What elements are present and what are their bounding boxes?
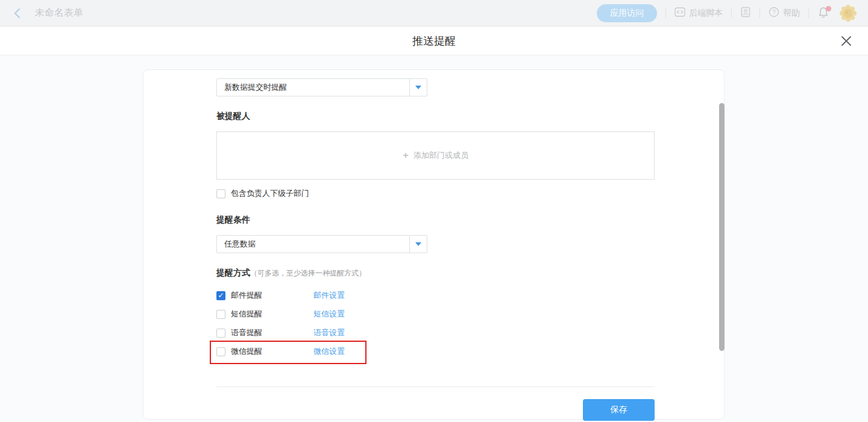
sms-reminder-label: 短信提醒 <box>231 309 313 320</box>
save-row: 保存 <box>216 399 655 421</box>
push-reminder-card: 新数据提交时提醒 被提醒人 + 添加部门或成员 包含负责人下级子部门 提醒条件 … <box>143 69 725 420</box>
divider <box>808 8 809 18</box>
method-note: （可多选，至少选择一种提醒方式） <box>250 268 366 279</box>
email-reminder-label: 邮件提醒 <box>231 290 313 301</box>
wechat-reminder-checkbox[interactable] <box>216 347 225 356</box>
condition-select[interactable]: 任意数据 <box>216 235 427 253</box>
email-reminder-checkbox[interactable] <box>216 291 225 300</box>
form-title: 未命名表单 <box>35 7 83 19</box>
include-subdept-row: 包含负责人下级子部门 <box>216 188 653 199</box>
app-top-bar: 未命名表单 应用访问 后端脚本 ? 帮助 <box>0 0 868 27</box>
contacts-button[interactable] <box>740 7 751 19</box>
condition-select-caret-cell[interactable] <box>409 236 427 253</box>
svg-text:?: ? <box>772 9 776 16</box>
notification-bell-icon[interactable] <box>817 6 831 20</box>
close-icon[interactable] <box>839 34 854 48</box>
method-label: 提醒方式 <box>216 268 250 279</box>
include-subdept-checkbox[interactable] <box>216 189 225 198</box>
code-icon <box>675 7 685 19</box>
condition-label: 提醒条件 <box>216 215 653 225</box>
help-label: 帮助 <box>783 8 800 19</box>
app-access-button[interactable]: 应用访问 <box>597 4 657 22</box>
recipients-label: 被提醒人 <box>216 111 653 122</box>
trigger-select-caret-cell[interactable] <box>409 79 427 96</box>
chevron-down-icon <box>415 86 421 89</box>
method-row-email: 邮件提醒 邮件设置 <box>216 289 653 302</box>
avatar[interactable] <box>839 4 857 22</box>
divider <box>216 386 655 387</box>
condition-select-value: 任意数据 <box>217 239 409 250</box>
modal-title: 推送提醒 <box>412 34 456 48</box>
divider <box>665 8 666 18</box>
modal-body: 新数据提交时提醒 被提醒人 + 添加部门或成员 包含负责人下级子部门 提醒条件 … <box>0 55 868 422</box>
save-button[interactable]: 保存 <box>583 399 655 421</box>
wechat-settings-link[interactable]: 微信设置 <box>313 346 345 357</box>
help-button[interactable]: ? 帮助 <box>769 7 800 19</box>
trigger-select-value: 新数据提交时提醒 <box>217 82 409 93</box>
backend-script-button[interactable]: 后端脚本 <box>675 7 723 19</box>
add-members-button[interactable]: + 添加部门或成员 <box>216 131 655 180</box>
plus-icon: + <box>403 150 409 162</box>
method-row-wechat: 微信提醒 微信设置 <box>216 345 653 358</box>
backend-script-label: 后端脚本 <box>689 8 723 19</box>
sms-reminder-checkbox[interactable] <box>216 310 225 319</box>
help-icon: ? <box>769 7 779 19</box>
email-settings-link[interactable]: 邮件设置 <box>313 290 345 301</box>
add-members-label: 添加部门或成员 <box>414 150 468 161</box>
trigger-select[interactable]: 新数据提交时提醒 <box>216 78 427 96</box>
method-row-voice: 语音提醒 语音设置 <box>216 326 653 339</box>
voice-reminder-label: 语音提醒 <box>231 327 313 338</box>
contacts-icon <box>740 7 751 19</box>
sms-settings-link[interactable]: 短信设置 <box>313 309 345 320</box>
voice-reminder-checkbox[interactable] <box>216 329 225 338</box>
notification-badge <box>826 6 831 11</box>
method-row-sms: 短信提醒 短信设置 <box>216 307 653 321</box>
divider <box>760 8 760 18</box>
method-rows: 邮件提醒 邮件设置 短信提醒 短信设置 语音提醒 语音设置 微信提醒 微信设置 <box>216 289 653 358</box>
method-header: 提醒方式 （可多选，至少选择一种提醒方式） <box>216 268 653 279</box>
include-subdept-label: 包含负责人下级子部门 <box>231 188 309 199</box>
modal-header: 推送提醒 <box>0 27 868 55</box>
divider <box>731 8 732 18</box>
voice-settings-link[interactable]: 语音设置 <box>313 327 345 338</box>
wechat-reminder-label: 微信提醒 <box>231 346 313 357</box>
scrollbar-thumb[interactable] <box>719 103 725 351</box>
chevron-down-icon <box>415 242 421 246</box>
back-icon[interactable] <box>11 7 23 19</box>
